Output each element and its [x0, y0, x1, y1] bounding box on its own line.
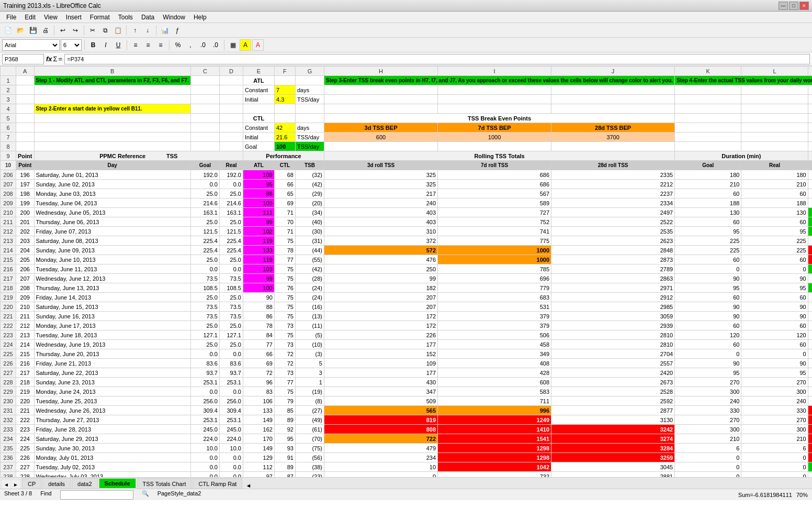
formula-bar: fx Σ =: [0, 52, 812, 66]
table-row: 206 196 Saturday, June 01, 2013 192.0 19…: [1, 170, 813, 180]
col-header-f[interactable]: F: [274, 67, 295, 76]
sum-icon: Σ: [53, 55, 58, 63]
thousands-btn[interactable]: ,: [185, 39, 196, 51]
redo-btn[interactable]: ↪: [70, 25, 81, 36]
col-header-d[interactable]: D: [219, 67, 243, 76]
sort-asc-btn[interactable]: ↑: [129, 25, 141, 36]
row-num: 9: [1, 151, 16, 161]
col-header-j[interactable]: J: [551, 67, 675, 76]
row-num: 1: [1, 76, 16, 85]
tab-scroll-left[interactable]: ◄: [2, 480, 10, 489]
equals-icon: =: [59, 55, 63, 63]
align-left-btn[interactable]: ≡: [130, 39, 141, 51]
corner-header: [1, 67, 16, 76]
table-row: 214 204 Sunday, June 09, 2013 225.4 225.…: [1, 246, 813, 255]
tab-ctl-ramp[interactable]: CTL Ramp Rat: [193, 478, 242, 489]
col-header-m[interactable]: M: [808, 67, 812, 76]
find-search-btn[interactable]: 🔍: [142, 490, 149, 500]
align-right-btn[interactable]: ≡: [155, 39, 166, 51]
cell-reference[interactable]: [2, 54, 44, 64]
font-color-btn[interactable]: A: [252, 39, 264, 51]
font-select[interactable]: Arial: [2, 39, 60, 51]
paste-btn[interactable]: 📋: [112, 25, 123, 36]
percent-btn[interactable]: %: [172, 39, 184, 51]
tab-tss-totals-chart[interactable]: TSS Totals Chart: [137, 478, 192, 489]
menu-edit[interactable]: Edit: [20, 13, 40, 22]
sheet-table: A B C D E F G H I J K L M N O P Q R S: [0, 66, 812, 477]
menu-bar: File Edit View Insert Format Tools Data …: [0, 12, 812, 23]
undo-btn[interactable]: ↩: [57, 25, 69, 36]
tab-scroll-right[interactable]: ►: [12, 480, 20, 489]
row-num: 3: [1, 95, 16, 104]
sep4: [156, 25, 156, 36]
table-row: 216 206 Tuesday, June 11, 2013 0.0 0.0 1…: [1, 264, 813, 274]
close-btn[interactable]: ✕: [799, 2, 809, 10]
tab-cp[interactable]: CP: [22, 478, 41, 489]
border-btn[interactable]: ▦: [227, 39, 239, 51]
table-row: 226 216 Friday, June 21, 2013 83.6 83.6 …: [1, 359, 813, 368]
col-header-e[interactable]: E: [243, 67, 274, 76]
table-row: 218 208 Thursday, June 13, 2013 108.5 10…: [1, 283, 813, 293]
table-row: 210 200 Wednesday, June 05, 2013 163.1 1…: [1, 208, 813, 217]
menu-help[interactable]: Help: [189, 13, 211, 22]
chart-btn[interactable]: 📊: [159, 25, 171, 36]
status-bar: Sheet 3 / 8 Find 🔍 PageStyle_data2 Sum=-…: [0, 489, 812, 500]
tab-schedule[interactable]: Schedule: [99, 478, 136, 489]
table-row: 227 217 Saturday, June 22, 2013 93.7 93.…: [1, 368, 813, 378]
row-num: 10: [1, 161, 16, 170]
col-header-b[interactable]: B: [34, 67, 190, 76]
title-bar: Training 2013.xls - LibreOffice Calc — □…: [0, 0, 812, 12]
zoom-indicator: 70%: [796, 492, 808, 498]
copy-btn[interactable]: ⧉: [99, 25, 111, 36]
menu-view[interactable]: View: [40, 13, 62, 22]
col-header-l[interactable]: L: [741, 67, 808, 76]
col-header-k[interactable]: K: [675, 67, 741, 76]
minimize-btn[interactable]: —: [779, 2, 788, 10]
menu-tools[interactable]: Tools: [114, 13, 137, 22]
bold-btn[interactable]: B: [87, 39, 99, 51]
col-header-c[interactable]: C: [190, 67, 219, 76]
sep5: [84, 40, 85, 50]
col-header-a[interactable]: A: [16, 67, 35, 76]
align-center-btn[interactable]: ≡: [142, 39, 154, 51]
menu-window[interactable]: Window: [159, 13, 189, 22]
table-row: 211 201 Thursday, June 06, 2013 25.0 25.…: [1, 217, 813, 227]
formula-input[interactable]: [64, 54, 810, 64]
tab-data2[interactable]: data2: [72, 478, 98, 489]
page-style: PageStyle_data2: [157, 490, 201, 500]
table-row: 212 202 Friday, June 07, 2013 121.5 121.…: [1, 227, 813, 236]
table-row: 231 221 Wednesday, June 26, 2013 309.4 3…: [1, 406, 813, 415]
font-size-select[interactable]: 6 8 10 11 12: [61, 39, 82, 51]
tab-details[interactable]: details: [42, 478, 71, 489]
underline-btn[interactable]: U: [112, 39, 124, 51]
decimal-dec-btn[interactable]: .0: [210, 39, 221, 51]
decimal-inc-btn[interactable]: .0: [197, 39, 209, 51]
menu-file[interactable]: File: [2, 13, 20, 22]
row-num: 5: [1, 114, 16, 123]
sort-desc-btn[interactable]: ↓: [142, 25, 153, 36]
maximize-btn[interactable]: □: [789, 2, 798, 10]
menu-format[interactable]: Format: [86, 13, 114, 22]
open-btn[interactable]: 📂: [15, 25, 26, 36]
menu-insert[interactable]: Insert: [62, 13, 86, 22]
fx-icon: fx: [46, 55, 52, 63]
new-btn[interactable]: 📄: [2, 25, 14, 36]
col-header-g[interactable]: G: [295, 67, 324, 76]
find-input[interactable]: [60, 490, 133, 500]
sep3: [126, 25, 127, 36]
sep6: [127, 40, 127, 50]
menu-data[interactable]: Data: [137, 13, 159, 22]
col-header-i[interactable]: I: [438, 67, 551, 76]
table-row: 222 212 Monday, June 17, 2013 25.0 25.0 …: [1, 321, 813, 330]
formula-icons: fx Σ =: [46, 55, 62, 63]
save-btn[interactable]: 💾: [27, 25, 39, 36]
print-btn[interactable]: 🖨: [40, 25, 51, 36]
bg-color-btn[interactable]: A: [240, 39, 251, 51]
function-btn[interactable]: ƒ: [172, 25, 183, 36]
table-row: 6 Constant 42 days 3d TSS BEP 7d TSS BEP…: [1, 123, 813, 132]
cut-btn[interactable]: ✂: [87, 25, 98, 36]
table-row: 237 227 Tuesday, July 02, 2013 0.0 0.0 1…: [1, 462, 813, 472]
table-row: 217 207 Wednesday, June 12, 2013 73.5 73…: [1, 274, 813, 283]
italic-btn[interactable]: I: [100, 39, 111, 51]
col-header-h[interactable]: H: [324, 67, 437, 76]
